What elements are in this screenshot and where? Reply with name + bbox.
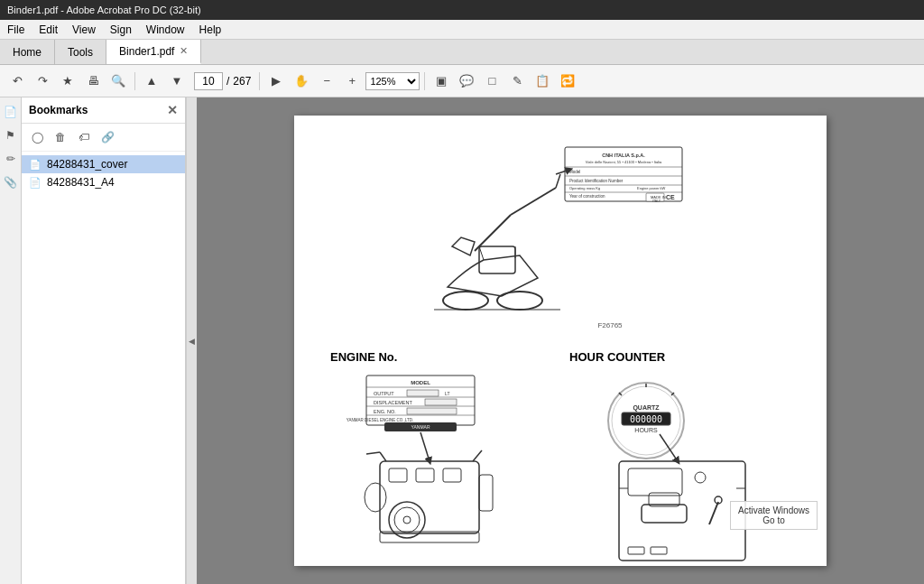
zoom-out-button[interactable]: − [315, 70, 338, 93]
svg-point-50 [403, 516, 411, 524]
menu-view[interactable]: View [65, 22, 103, 38]
svg-rect-35 [425, 399, 457, 405]
bookmark-icon-cover: 📄 [29, 159, 42, 171]
menu-sign[interactable]: Sign [103, 22, 139, 38]
toolbar: ↶ ↷ ★ 🖶 🔍 ▲ ▼ / 267 ▶ ✋ − + 125% 100% 75… [0, 65, 924, 97]
menu-edit[interactable]: Edit [32, 22, 65, 38]
svg-rect-75 [651, 547, 667, 554]
sidebar-toolbar: ◯ 🗑 🏷 🔗 [22, 124, 185, 152]
menu-file[interactable]: File [0, 22, 32, 38]
main-area: 📄 ⚑ ✏ 📎 Bookmarks ✕ ◯ 🗑 🏷 🔗 📄 84288431_c… [0, 97, 924, 584]
sidebar-title: Bookmarks [29, 104, 88, 116]
sidebar-link-btn[interactable]: 🔗 [97, 127, 117, 147]
sidebar: Bookmarks ✕ ◯ 🗑 🏷 🔗 📄 84288431_cover 📄 8… [22, 97, 186, 584]
left-icon-strip: 📄 ⚑ ✏ 📎 [0, 97, 22, 584]
id-plate-drawing: CNH ITALIA S.p.A. Viale delle Nazioni, 5… [430, 143, 691, 332]
bookmark-item-cover[interactable]: 📄 84288431_cover [22, 155, 185, 173]
svg-line-55 [366, 452, 380, 454]
id-plate-section: CNH ITALIA S.p.A. Viale delle Nazioni, 5… [330, 143, 790, 332]
svg-line-17 [475, 215, 511, 251]
prev-page-button[interactable]: ▲ [140, 70, 163, 93]
title-bar: Binder1.pdf - Adobe Acrobat Pro DC (32-b… [0, 0, 924, 20]
collapse-handle[interactable]: ◀ [186, 97, 197, 584]
bookmark-side-icon[interactable]: ⚑ [2, 126, 20, 144]
forward-button[interactable]: ↷ [31, 70, 54, 93]
tab-home[interactable]: Home [0, 40, 55, 64]
tab-binder[interactable]: Binder1.pdf ✕ [106, 40, 201, 64]
marquee-zoom-button[interactable]: ▣ [430, 70, 453, 93]
sidebar-delete-btn[interactable]: 🗑 [51, 127, 70, 147]
svg-text:YANMAR DIESEL ENGINE CO.,LTD.: YANMAR DIESEL ENGINE CO.,LTD. [346, 418, 413, 422]
search-button[interactable]: 🔍 [106, 70, 130, 93]
svg-rect-74 [628, 547, 644, 554]
svg-text:Product Identification Number: Product Identification Number [569, 179, 624, 183]
svg-point-49 [394, 507, 420, 533]
svg-line-54 [380, 452, 386, 461]
svg-text:000000: 000000 [630, 414, 662, 424]
zoom-select[interactable]: 125% 100% 75% 150% [365, 72, 420, 90]
svg-text:Year of construction: Year of construction [569, 194, 605, 199]
sidebar-expand-btn[interactable]: ◯ [27, 127, 47, 147]
print-button[interactable]: 🖶 [81, 70, 105, 93]
zoom-in-button[interactable]: + [340, 70, 364, 93]
svg-point-22 [497, 292, 542, 310]
highlight-button[interactable]: ✎ [505, 70, 529, 93]
next-page-button[interactable]: ▼ [165, 70, 189, 93]
sidebar-close-icon[interactable]: ✕ [167, 103, 178, 117]
hour-counter-drawing: QUARTZ 000000 HOURS [569, 371, 777, 584]
bookmark-list: 📄 84288431_cover 📄 84288431_A4 [22, 152, 185, 584]
svg-line-43 [420, 432, 430, 461]
svg-line-19 [556, 174, 560, 188]
svg-text:QUARTZ: QUARTZ [633, 404, 660, 412]
bookmark-label-cover: 84288431_cover [47, 158, 127, 171]
toolbar-separator-3 [424, 72, 425, 90]
svg-text:DISPLACEMENT: DISPLACEMENT [374, 400, 412, 405]
svg-rect-45 [389, 468, 407, 482]
svg-rect-70 [642, 505, 687, 523]
bookmark-icon-a4: 📄 [29, 177, 42, 189]
comment-button[interactable]: 💬 [455, 70, 478, 93]
tab-tools[interactable]: Tools [55, 40, 106, 64]
pdf-content: CNH ITALIA S.p.A. Viale delle Nazioni, 5… [330, 143, 790, 584]
tab-home-label: Home [13, 46, 42, 59]
hour-counter-title: HOUR COUNTER [569, 350, 665, 364]
close-tab-icon[interactable]: ✕ [180, 45, 188, 57]
svg-point-21 [443, 292, 488, 310]
page-icon[interactable]: 📄 [2, 103, 20, 121]
menu-window[interactable]: Window [139, 22, 192, 38]
sticky-note-button[interactable]: 📋 [531, 70, 554, 93]
bookmark-button[interactable]: ★ [56, 70, 79, 93]
pan-tool-button[interactable]: ✋ [290, 70, 313, 93]
callout-button[interactable]: □ [480, 70, 504, 93]
svg-text:Model: Model [569, 170, 580, 174]
svg-point-51 [365, 483, 386, 512]
bookmark-item-a4[interactable]: 📄 84288431_A4 [22, 173, 185, 191]
svg-line-56 [473, 450, 482, 461]
tab-binder-label: Binder1.pdf [119, 45, 174, 58]
tab-tools-label: Tools [68, 46, 93, 59]
engine-section-title: ENGINE No. [330, 350, 397, 364]
sidebar-header: Bookmarks ✕ [22, 97, 185, 124]
sidebar-tag-btn[interactable]: 🏷 [74, 127, 94, 147]
pdf-page: CNH ITALIA S.p.A. Viale delle Nazioni, 5… [294, 116, 827, 566]
svg-text:F26765: F26765 [597, 321, 623, 329]
page-input[interactable] [194, 72, 223, 90]
toolbar-separator-2 [259, 72, 260, 90]
svg-point-76 [695, 472, 706, 483]
svg-rect-31 [407, 390, 439, 396]
share-button[interactable]: 🔁 [556, 70, 579, 93]
toolbar-separator-1 [134, 72, 135, 90]
menu-help[interactable]: Help [192, 22, 229, 38]
select-tool-button[interactable]: ▶ [264, 70, 288, 93]
activate-text: Activate Windows [738, 505, 809, 515]
bookmark-label-a4: 84288431_A4 [47, 176, 115, 189]
svg-text:Viale delle Nazioni, 55 • 4110: Viale delle Nazioni, 55 • 41100 • Modena… [586, 160, 662, 164]
svg-text:MODEL: MODEL [411, 380, 430, 385]
svg-rect-69 [628, 468, 682, 496]
pdf-area[interactable]: CNH ITALIA S.p.A. Viale delle Nazioni, 5… [197, 97, 924, 584]
attachment-icon[interactable]: 📎 [2, 173, 20, 191]
svg-text:OUTPUT: OUTPUT [374, 391, 394, 396]
page-separator: / [226, 75, 229, 88]
signature-icon[interactable]: ✏ [2, 150, 20, 168]
back-button[interactable]: ↶ [5, 70, 29, 93]
